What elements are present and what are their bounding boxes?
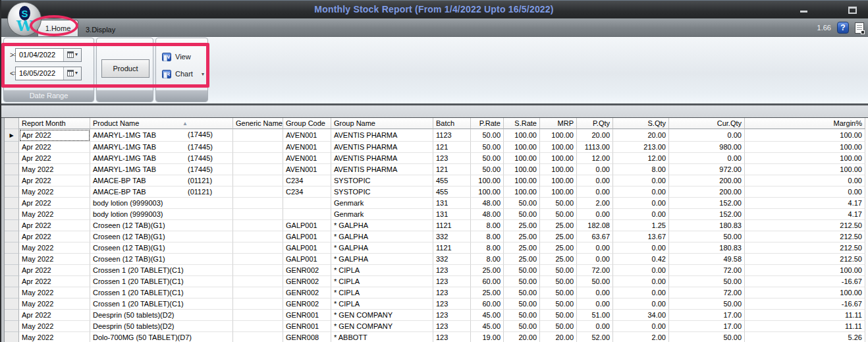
cell-s_rate[interactable]: 100.00 [504,153,540,164]
cell-product[interactable]: body lotion (9999003) [90,198,233,209]
column-header-group_code[interactable]: Group Code [283,118,331,129]
cell-cur_qty[interactable]: 49.58 [669,254,745,265]
cell-s_qty[interactable]: 0.00 [613,209,669,220]
cell-p_rate[interactable]: 45.00 [471,321,504,332]
cell-cur_qty[interactable]: 180.83 [669,220,745,231]
cell-p_qty[interactable]: 20.00 [577,129,613,142]
cell-month[interactable]: May 2022 [19,332,90,342]
date-from-input[interactable]: 01/04/2022 ▾ [15,48,82,62]
cell-month[interactable]: Apr 2022 [19,220,90,231]
cell-generic[interactable] [233,164,283,175]
table-row[interactable]: May 2022Dolo-700MG (50 TABLET)(D7)GENR00… [5,332,865,342]
cell-generic[interactable] [233,332,283,342]
tab-home[interactable]: 1.Home [38,20,78,36]
row-indicator-cell[interactable] [5,332,19,342]
cell-batch[interactable]: 455 [433,175,471,186]
row-indicator-cell[interactable] [5,265,19,276]
cell-month[interactable]: May 2022 [19,164,90,175]
cell-p_qty[interactable]: 12.00 [577,153,613,164]
tab-display[interactable]: 3.Display [86,26,115,34]
cell-generic[interactable] [233,209,283,220]
cell-month[interactable]: May 2022 [19,209,90,220]
cell-group_name[interactable]: AVENTIS PHARMA [331,129,433,142]
cell-p_rate[interactable]: 8.00 [471,254,504,265]
cell-batch[interactable]: 121 [433,142,471,153]
cell-group_name[interactable]: * GEN COMPANY [331,310,433,321]
table-row[interactable]: May 2022Deesprin (50 tablets)(D2)GENR001… [5,321,865,332]
cell-margin[interactable]: -16.67 [745,276,865,287]
table-row[interactable]: Apr 2022Croseen (12 TAB)(G1)GALP001* GAL… [5,220,865,231]
cell-p_qty[interactable]: 2.00 [577,198,613,209]
cell-s_qty[interactable]: 0.00 [613,287,669,299]
cell-group_code[interactable]: GENR002 [283,299,331,310]
table-row[interactable]: May 2022Crossen 1 (20 TABLET)(C1)GENR002… [5,299,865,310]
cell-mrp[interactable]: 25.00 [540,242,577,254]
cell-generic[interactable] [233,310,283,321]
product-button[interactable]: Product [101,59,149,78]
cell-s_qty[interactable]: 0.42 [613,254,669,265]
cell-cur_qty[interactable]: 17.00 [669,321,745,332]
cell-batch[interactable]: 123 [433,153,471,164]
cell-month[interactable]: May 2022 [19,321,90,332]
column-header-generic[interactable]: Generic Name [233,118,283,129]
cell-batch[interactable]: 131 [433,209,471,220]
cell-s_rate[interactable]: 25.00 [504,254,540,265]
cell-p_qty[interactable]: 1113.00 [577,142,613,153]
cell-cur_qty[interactable]: 980.00 [669,142,745,153]
cell-group_code[interactable]: GENR008 [283,332,331,342]
cell-margin[interactable]: 100.00 [745,129,865,142]
cell-group_code[interactable]: C234 [283,175,331,186]
column-header-batch[interactable]: Batch [433,118,471,129]
row-indicator-cell[interactable]: ▶ [5,129,19,142]
cell-product[interactable]: Croseen (12 TAB)(G1) [90,254,233,265]
cell-batch[interactable]: 332 [433,231,471,242]
cell-group_name[interactable]: * CIPLA [331,287,433,299]
cell-s_rate[interactable]: 25.00 [504,220,540,231]
row-indicator-cell[interactable] [5,175,19,186]
table-row[interactable]: May 2022AMACE-BP TAB(01121)C234SYSTOPIC4… [5,186,865,198]
cell-group_name[interactable]: * GALPHA [331,242,433,254]
cell-p_qty[interactable]: 0.00 [577,209,613,220]
cell-month[interactable]: May 2022 [19,254,90,265]
cell-month[interactable]: Apr 2022 [19,129,90,142]
cell-s_rate[interactable]: 100.00 [504,164,540,175]
cell-product[interactable]: AMACE-BP TAB(01121) [90,175,233,186]
cell-group_name[interactable]: * ABBOTT [331,332,433,342]
cell-group_code[interactable]: GALP001 [283,220,331,231]
row-indicator-cell[interactable] [5,209,19,220]
cell-batch[interactable]: 123 [433,265,471,276]
cell-batch[interactable]: 123 [433,287,471,299]
cell-cur_qty[interactable]: 0.00 [669,153,745,164]
cell-s_rate[interactable]: 100.00 [504,142,540,153]
cell-generic[interactable] [233,254,283,265]
cell-s_rate[interactable]: 50.00 [504,321,540,332]
row-indicator-cell[interactable] [5,186,19,198]
cell-group_name[interactable]: * CIPLA [331,276,433,287]
cell-margin[interactable]: 100.00 [745,142,865,153]
cell-margin[interactable]: 4.17 [745,198,865,209]
cell-cur_qty[interactable]: 200.00 [669,186,745,198]
cell-margin[interactable]: 212.50 [745,242,865,254]
cell-mrp[interactable]: 100.00 [540,164,577,175]
cell-group_code[interactable]: AVEN001 [283,164,331,175]
cell-mrp[interactable]: 50.00 [540,198,577,209]
cell-mrp[interactable]: 50.00 [540,299,577,310]
minimize-button[interactable] [797,6,811,15]
cell-p_qty[interactable]: 0.00 [577,287,613,299]
cell-s_qty[interactable]: 0.00 [613,198,669,209]
cell-s_qty[interactable]: 0.00 [613,299,669,310]
cell-group_code[interactable]: C234 [283,186,331,198]
cell-p_qty[interactable]: 50.00 [577,276,613,287]
cell-p_qty[interactable]: 0.00 [577,164,613,175]
cell-generic[interactable] [233,153,283,164]
cell-cur_qty[interactable]: 180.83 [669,242,745,254]
cell-cur_qty[interactable]: 152.00 [669,198,745,209]
column-header-mrp[interactable]: MRP [540,118,577,129]
row-indicator-cell[interactable] [5,242,19,254]
row-indicator-cell[interactable] [5,164,19,175]
cell-p_qty[interactable]: 72.00 [577,265,613,276]
cell-mrp[interactable]: 50.00 [540,265,577,276]
cell-product[interactable]: AMARYL-1MG TAB(17445) [90,164,233,175]
cell-s_qty[interactable]: 2.00 [613,332,669,342]
maximize-button[interactable] [846,6,860,15]
